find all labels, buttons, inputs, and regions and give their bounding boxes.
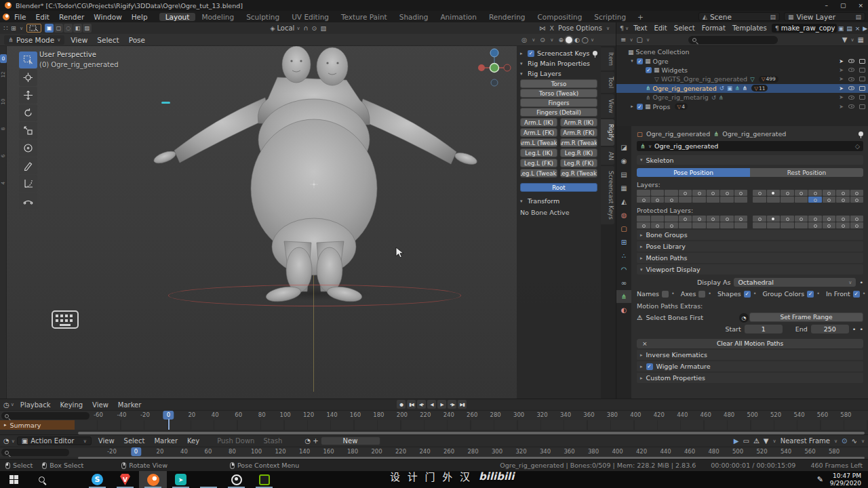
layer-toggle[interactable] <box>679 190 692 196</box>
text-menu-text[interactable]: Text <box>630 24 650 32</box>
tool-chooser-icon[interactable]: ⊞ <box>11 24 16 32</box>
root-widget-circle[interactable] <box>168 285 461 306</box>
protected-layer-toggle[interactable] <box>850 216 864 222</box>
taskbar-start-icon[interactable] <box>0 471 28 488</box>
shading-material-icon[interactable]: ◐ <box>574 37 580 43</box>
select-mode-circle[interactable]: ◌ <box>64 24 73 33</box>
layer-toggle[interactable] <box>808 190 822 196</box>
dopesheet-ruler[interactable]: -200204060801001201401601802002202402602… <box>0 447 868 457</box>
protected-layer-toggle[interactable] <box>692 222 706 228</box>
frame-tick[interactable]: 60 <box>205 448 212 455</box>
frame-tick[interactable]: 180 <box>373 411 384 418</box>
frame-tick[interactable]: 480 <box>708 448 719 455</box>
frame-tick[interactable]: 400 <box>630 411 641 418</box>
sidebar-tab-view[interactable]: View <box>601 94 614 118</box>
viewport-visibility-icon[interactable] <box>859 68 865 73</box>
protected-layer-toggle[interactable] <box>637 216 650 222</box>
text-menu-format[interactable]: Format <box>698 24 729 32</box>
animate-dot[interactable]: • <box>816 291 820 297</box>
frame-tick[interactable]: 560 <box>804 448 815 455</box>
shading-rendered-icon[interactable]: ◯ <box>582 37 589 43</box>
protected-layer-toggle[interactable] <box>679 222 692 228</box>
ghost-icon[interactable]: ◔ <box>304 437 311 445</box>
frame-tick[interactable]: 400 <box>612 448 623 455</box>
layer-toggle[interactable] <box>665 190 678 196</box>
rig-layer-arm-l-ik[interactable]: Arm.L (IK) <box>520 118 557 127</box>
toggle-names[interactable]: Names• <box>637 290 675 298</box>
selectable-icon[interactable]: ➤ <box>839 104 844 110</box>
text-editor-icon[interactable]: ¶ <box>620 24 624 32</box>
pin-icon[interactable] <box>859 131 863 136</box>
frame-tick[interactable]: 380 <box>588 448 599 455</box>
text-copy-icon[interactable]: ▣ <box>838 25 844 32</box>
new-scene-icon[interactable]: ▤ <box>770 14 776 20</box>
prev-keyframe-button[interactable]: ◀• <box>417 400 426 409</box>
filter-icon[interactable]: ▼ <box>842 36 848 43</box>
dopesheet-menu-marker[interactable]: Marker <box>149 437 182 445</box>
workspace-tab-sculpting[interactable]: Sculpting <box>240 13 285 21</box>
summary-channel[interactable]: ▸ Summary <box>0 420 75 430</box>
screencast-keys-panel-header[interactable]: ▸ ✓ Screencast Keys <box>519 48 599 58</box>
properties-tab-constraints[interactable]: ∞ <box>616 277 631 289</box>
select-mode-lasso[interactable]: ◧ <box>73 24 82 33</box>
protected-layer-toggle[interactable] <box>808 216 822 222</box>
outliner-editor-icon[interactable]: ≡ <box>620 36 626 43</box>
fake-user-icon[interactable]: ◇ <box>855 142 860 150</box>
frame-tick[interactable]: 300 <box>492 448 502 455</box>
frame-tick[interactable]: 500 <box>747 411 757 418</box>
current-frame-indicator[interactable]: 0 <box>131 447 141 456</box>
mode-dropdown[interactable]: ⋔ Pose Mode ∨ <box>4 35 64 45</box>
frame-tick[interactable]: 460 <box>701 411 711 418</box>
text-menu-select[interactable]: Select <box>671 24 698 32</box>
viewport-visibility-icon[interactable] <box>859 59 865 64</box>
properties-tab-output[interactable]: ▤ <box>616 168 631 181</box>
layer-toggle[interactable] <box>781 190 794 196</box>
properties-tab-physics[interactable]: ◠ <box>616 263 631 276</box>
protected-layer-toggle[interactable] <box>836 216 850 222</box>
layer-toggle[interactable] <box>651 190 665 196</box>
protected-layer-toggle[interactable] <box>734 216 748 222</box>
start-frame-field[interactable]: 1 <box>745 325 783 333</box>
new-view-layer-icon[interactable]: ▤ <box>855 14 861 20</box>
sidebar-tab-an[interactable]: AN <box>601 147 614 165</box>
properties-tab-object[interactable]: ▢ <box>616 222 631 235</box>
outliner-row-ogre-rig-generated[interactable]: ⋔Ogre_rig_generated↺▣⋔⋔▽11➤ <box>616 84 868 93</box>
bone-groups-section[interactable]: ▸ Bone Groups <box>637 230 863 240</box>
timeline-menu-marker[interactable]: Marker <box>113 401 146 409</box>
outliner-row-ogre[interactable]: ▾✓▦Ogre➤ <box>616 56 868 65</box>
frame-tick[interactable]: 100 <box>279 411 290 418</box>
push-down-button[interactable]: Push Down <box>217 437 254 445</box>
properties-tab-particles[interactable]: ∴ <box>616 249 631 262</box>
viewport-menu-select[interactable]: Select <box>92 36 123 44</box>
timeline-menu-keying[interactable]: Keying <box>55 401 87 409</box>
sidebar-tab-item[interactable]: Item <box>601 47 614 70</box>
frame-tick[interactable]: 120 <box>275 448 285 455</box>
viewport-visibility-icon[interactable] <box>859 95 865 100</box>
selectable-icon[interactable]: ➤ <box>839 58 844 64</box>
frame-tick[interactable]: -20 <box>107 448 117 455</box>
viewport-display-section[interactable]: ▾ Viewport Display <box>637 264 863 274</box>
frame-tick[interactable]: 200 <box>371 448 382 455</box>
protected-layer-toggle[interactable] <box>734 222 748 228</box>
protected-layer-toggle[interactable] <box>823 222 836 228</box>
editor-type-icon[interactable]: ∷ <box>3 24 7 32</box>
frame-tick[interactable]: 520 <box>756 448 767 455</box>
tool-select-box[interactable] <box>19 52 37 68</box>
layer-toggle[interactable] <box>637 197 650 203</box>
snap-target-icon[interactable]: ⊙ <box>311 24 317 32</box>
blender-menu-icon[interactable] <box>3 14 9 20</box>
sidebar-tab-screencast-keys[interactable]: Screencast Keys <box>601 166 614 224</box>
selectable-icon[interactable]: ➤ <box>839 76 844 82</box>
toggle-shapes[interactable]: Shapes✓• <box>717 290 756 298</box>
taskbar-nvidia-icon[interactable] <box>250 471 278 488</box>
toggle-group-colors[interactable]: Group Colors✓• <box>762 290 819 298</box>
tool-cursor[interactable] <box>19 69 37 86</box>
layer-toggle[interactable] <box>795 190 808 196</box>
timeline-ruler[interactable]: -60-40-200204060801001201401601802002202… <box>0 410 868 420</box>
tool-scale[interactable] <box>19 122 37 139</box>
select-mode-tweak[interactable]: ▣ <box>45 24 54 33</box>
dopesheet-editor-icon[interactable]: ◔ <box>3 437 9 445</box>
rig-layer-torso-tweak[interactable]: Torso (Tweak) <box>520 89 597 98</box>
layer-toggle[interactable] <box>767 197 781 203</box>
protected-layer-toggle[interactable] <box>823 216 836 222</box>
